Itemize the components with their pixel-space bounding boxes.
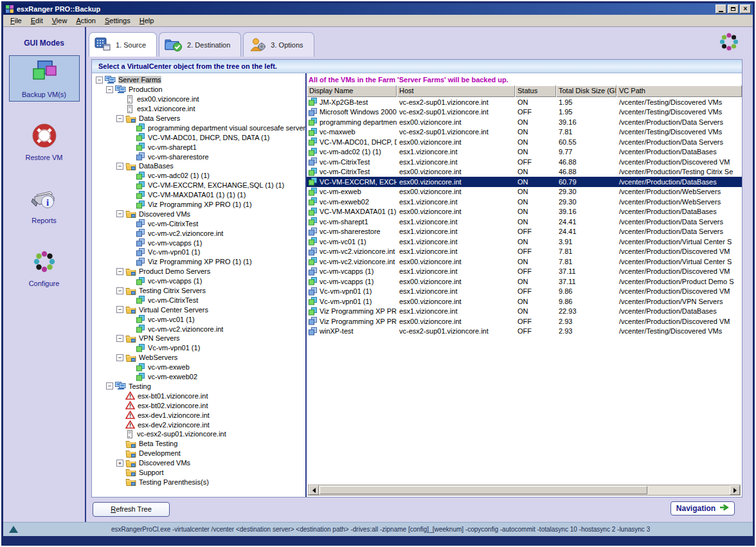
tree-item[interactable]: Vc-vm-vpn01 (1) — [94, 343, 305, 353]
table-row[interactable]: vc-vm-vc2.vizioncore.intesx00.vizioncore… — [307, 256, 742, 267]
table-row[interactable]: winXP-testvc-esx2-sup01.vizioncore.intOF… — [307, 327, 742, 337]
mode-button-backup-vm-s[interactable]: Backup VM(s) — [9, 55, 80, 102]
table-row[interactable]: vc-vm-vcapps (1)esx1.vizioncore.intOFF37… — [307, 267, 742, 277]
mode-button-reports[interactable]: iReports — [9, 181, 80, 228]
collapse-expander-icon[interactable]: − — [116, 306, 123, 313]
scrollbar-thumb[interactable] — [320, 486, 647, 494]
table-row[interactable]: VC-VM-ADC01, DHCP, D...esx00.vizioncore.… — [307, 137, 742, 147]
tree-item[interactable]: esx-dev1.vizioncore.int — [94, 410, 305, 420]
table-row[interactable]: vc-vm-CitrixTestesx00.vizioncore.intON46… — [307, 167, 742, 177]
menu-item-edit[interactable]: Edit — [26, 15, 48, 26]
column-header-vc-path[interactable]: VC Path — [616, 85, 742, 97]
tree-item[interactable]: vc-vm-vcapps (1) — [94, 276, 305, 286]
tab-1-source[interactable]: 1. Source — [89, 32, 157, 57]
collapse-expander-icon[interactable]: − — [116, 335, 123, 342]
tree-item[interactable]: −DataBases — [94, 161, 305, 171]
collapse-expander-icon[interactable]: − — [116, 354, 123, 361]
table-row[interactable]: vc-vm-exwebesx00.vizioncore.intON29.30/v… — [307, 187, 742, 197]
table-row[interactable]: Vc-vm-vpn01 (1)esx1.vizioncore.intOFF9.8… — [307, 287, 742, 297]
table-row[interactable]: vc-maxwebvc-esx2-sup01.vizioncore.intON7… — [307, 127, 742, 138]
refresh-tree-button[interactable]: Refresh Tree — [93, 502, 170, 517]
table-row[interactable]: JM-Xp2GB-testvc-esx2-sup01.vizioncore.in… — [307, 97, 742, 107]
tree-item[interactable]: vc-vm-CitrixTest — [94, 219, 305, 228]
tree-item[interactable]: +Discovered VMs — [94, 458, 305, 468]
tree-item[interactable]: vc-vm-sharept1 — [94, 142, 305, 152]
menu-item-action[interactable]: Action — [71, 15, 100, 26]
table-row[interactable]: vc-vm-vc01 (1)esx1.vizioncore.intON3.91/… — [307, 237, 742, 247]
expand-expander-icon[interactable]: + — [116, 460, 123, 467]
table-row[interactable]: VC-VM-EXCCRM, EXCH...esx00.vizioncore.in… — [307, 177, 742, 187]
tree-item[interactable]: vc-vm-CitrixTest — [94, 295, 305, 305]
collapse-triangle-icon[interactable] — [9, 526, 18, 533]
tree-item[interactable]: Testing Parenthesis(s) — [94, 477, 305, 487]
tree-item[interactable]: vc-esx2-sup01.vizioncore.int — [94, 429, 305, 439]
collapse-expander-icon[interactable]: − — [116, 163, 123, 170]
menu-item-file[interactable]: File — [6, 15, 26, 26]
tree-item[interactable]: Development — [94, 449, 305, 458]
table-row[interactable]: VC-VM-MAXDATA01 (1) (...esx00.vizioncore… — [307, 207, 742, 217]
tree-item[interactable]: vc-vm-exweb02 — [94, 372, 305, 382]
tree-item[interactable]: −VPN Servers — [94, 334, 305, 343]
tree-item[interactable]: −Production — [94, 85, 305, 94]
collapse-expander-icon[interactable]: − — [96, 76, 103, 84]
tree-item[interactable]: esx-bt02.vizioncore.int — [94, 400, 305, 410]
tree-item[interactable]: esx1.vizioncore.int — [94, 104, 305, 114]
table-row[interactable]: programming department ...esx00.vizionco… — [307, 117, 742, 127]
restore-button[interactable] — [728, 4, 739, 13]
tree-item[interactable]: vc-vm-vc01 (1) — [94, 314, 305, 324]
collapse-expander-icon[interactable]: − — [116, 210, 123, 217]
table-row[interactable]: Viz Programming XP PRO...esx00.vizioncor… — [307, 316, 742, 327]
virtualcenter-tree[interactable]: −Server Farms−Productionesx00.vizioncore… — [92, 73, 307, 497]
tree-item[interactable]: vc-vm-vc2.vizioncore.int — [94, 228, 305, 238]
tree-item[interactable]: esx-dev2.vizioncore.int — [94, 420, 305, 429]
tree-item[interactable]: VC-VM-EXCCRM, EXCHANGE,SQL (1) (1) — [94, 181, 305, 190]
table-body[interactable]: JM-Xp2GB-testvc-esx2-sup01.vizioncore.in… — [307, 97, 742, 485]
tree-item[interactable]: programming department visual sourcesafe… — [94, 123, 305, 132]
tree-item[interactable]: vc-vm-vc2.vizioncore.int — [94, 324, 305, 334]
menu-item-help[interactable]: Help — [135, 15, 159, 26]
tree-item[interactable]: Vc-vm-vpn01 (1) — [94, 247, 305, 257]
scroll-right-button[interactable] — [730, 485, 740, 495]
collapse-expander-icon[interactable]: − — [116, 268, 123, 275]
minimize-button[interactable] — [716, 4, 726, 13]
tree-item[interactable]: −Virtual Center Servers — [94, 305, 305, 314]
tree-item[interactable]: Support — [94, 468, 305, 478]
title-bar[interactable]: esxRanger PRO::Backup × — [3, 3, 753, 15]
table-row[interactable]: vc-vm-exweb02esx1.vizioncore.intON29.30/… — [307, 197, 742, 207]
close-button[interactable]: × — [740, 4, 751, 13]
tab-3-options[interactable]: 3. Options — [243, 32, 314, 57]
table-row[interactable]: vc-vm-vc2.vizioncore.intesx1.vizioncore.… — [307, 247, 742, 257]
tab-2-destination[interactable]: 2. Destination — [159, 32, 241, 57]
tree-item[interactable]: vc-vm-exweb — [94, 363, 305, 372]
collapse-expander-icon[interactable]: − — [116, 287, 123, 294]
tree-item[interactable]: vc-vm-sharerestore — [94, 152, 305, 161]
table-row[interactable]: Vc-vm-vpn01 (1)esx00.vizioncore.intON9.8… — [307, 296, 742, 307]
horizontal-scrollbar[interactable] — [308, 485, 741, 496]
tree-item[interactable]: −Discovered VMs — [94, 209, 305, 219]
tree-item[interactable]: esx00.vizioncore.int — [94, 94, 305, 104]
column-header-display-name[interactable]: Display Name — [307, 85, 397, 97]
mode-button-configure[interactable]: Configure — [9, 244, 80, 291]
mode-button-restore-vm[interactable]: Restore VM — [9, 118, 80, 165]
scroll-left-button[interactable] — [309, 485, 319, 495]
table-row[interactable]: vc-vm-sharept1esx1.vizioncore.intON24.41… — [307, 217, 742, 227]
table-row[interactable]: vc-vm-CitrixTestesx1.vizioncore.intOFF46… — [307, 157, 742, 167]
table-row[interactable]: Viz Programming XP PRO...esx1.vizioncore… — [307, 307, 742, 317]
collapse-expander-icon[interactable]: − — [116, 115, 123, 122]
tree-item[interactable]: −Testing Citrix Servers — [94, 286, 305, 296]
collapse-expander-icon[interactable]: − — [106, 382, 113, 390]
tree-item[interactable]: esx-bt01.vizioncore.int — [94, 391, 305, 400]
tree-item[interactable]: −Server Farms — [94, 75, 305, 85]
tree-item[interactable]: −Testing — [94, 382, 305, 391]
column-header-status[interactable]: Status — [515, 85, 556, 97]
table-row[interactable]: vc-vm-adc02 (1) (1)esx1.vizioncore.intON… — [307, 147, 742, 157]
column-header-host[interactable]: Host — [397, 85, 515, 97]
navigation-button[interactable]: Navigation — [670, 501, 735, 516]
tree-item[interactable]: Viz Programming XP PRO (1) (1) — [94, 200, 305, 210]
tree-item[interactable]: Beta Testing — [94, 439, 305, 449]
tree-item[interactable]: VC-VM-MAXDATA01 (1) (1) (1) — [94, 190, 305, 200]
column-header-total-disk-size-gb[interactable]: Total Disk Size (GB) — [556, 85, 616, 97]
table-row[interactable]: Microsoft Windows 2000 ...vc-esx2-sup01.… — [307, 107, 742, 118]
tree-item[interactable]: vc-vm-vcapps (1) — [94, 238, 305, 247]
collapse-expander-icon[interactable]: − — [106, 86, 113, 93]
